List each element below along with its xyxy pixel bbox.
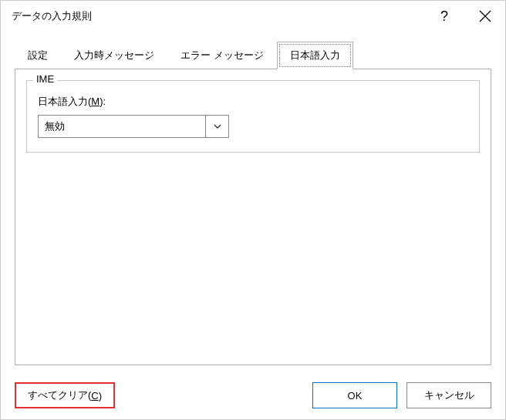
- tab-settings[interactable]: 設定: [15, 42, 61, 69]
- clear-access-key: C: [91, 390, 98, 402]
- dropdown-toggle[interactable]: [205, 116, 228, 137]
- label-access-key: M: [91, 96, 100, 107]
- dropdown-value: 無効: [39, 116, 205, 137]
- tab-input-message[interactable]: 入力時メッセージ: [61, 42, 167, 69]
- titlebar: データの入力規則 ?: [1, 1, 505, 32]
- ime-mode-dropdown[interactable]: 無効: [38, 115, 229, 138]
- label-text-pre: 日本語入力(: [38, 96, 91, 107]
- tab-panel: IME 日本語入力(M): 無効: [15, 69, 491, 365]
- close-button[interactable]: [476, 7, 494, 25]
- help-button[interactable]: ?: [434, 5, 454, 28]
- cancel-button[interactable]: キャンセル: [406, 382, 491, 408]
- clear-all-button[interactable]: すべてクリア(C): [15, 382, 115, 408]
- dialog-title: データの入力規則: [12, 9, 92, 23]
- tab-ime[interactable]: 日本語入力: [277, 42, 353, 69]
- ime-mode-label: 日本語入力(M):: [38, 95, 468, 109]
- close-icon: [479, 10, 491, 22]
- clear-label-post: ): [99, 390, 102, 402]
- button-row: すべてクリア(C) OK キャンセル: [15, 382, 491, 408]
- ime-fieldset: IME 日本語入力(M): 無効: [26, 80, 480, 153]
- clear-label-pre: すべてクリア(: [28, 388, 91, 402]
- tab-error-message[interactable]: エラー メッセージ: [167, 42, 277, 69]
- label-text-post: ):: [100, 96, 106, 107]
- ok-button[interactable]: OK: [312, 382, 397, 408]
- chevron-down-icon: [213, 122, 222, 131]
- tab-strip: 設定 入力時メッセージ エラー メッセージ 日本語入力: [1, 32, 505, 69]
- fieldset-legend: IME: [33, 73, 57, 85]
